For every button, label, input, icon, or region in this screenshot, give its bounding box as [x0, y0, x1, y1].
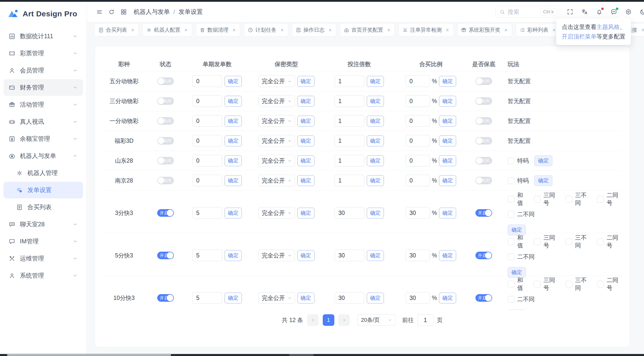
confirm-button[interactable]: 确定 — [439, 116, 456, 126]
fullscreen-button[interactable] — [567, 8, 574, 15]
play-option-特码[interactable]: 特码 — [508, 177, 529, 185]
status-toggle[interactable]: 关闭 — [157, 177, 174, 184]
ratio-input[interactable]: 30 — [406, 292, 430, 304]
sidebar-item-7[interactable]: 机器人与发单 — [4, 148, 83, 164]
play-option-三同号[interactable]: 三同号 — [534, 191, 559, 207]
ratio-input[interactable]: 0 — [406, 115, 430, 127]
confirm-button[interactable]: 确定 — [367, 96, 384, 107]
confirm-button[interactable]: 确定 — [225, 293, 242, 303]
checkbox[interactable] — [508, 296, 514, 303]
status-toggle[interactable]: 关闭 — [475, 77, 492, 85]
confirm-button[interactable]: 确定 — [367, 155, 384, 166]
confirm-button[interactable]: 确定 — [297, 136, 314, 146]
checkbox[interactable] — [534, 281, 541, 288]
status-toggle[interactable]: 关闭 — [157, 157, 174, 164]
tab-数据清理[interactable]: 数据清理 — [196, 23, 240, 36]
checkbox[interactable] — [597, 196, 604, 203]
confirm-button[interactable]: 确定 — [367, 136, 384, 146]
confirm-button[interactable]: 确定 — [225, 96, 242, 107]
per-issue-input[interactable]: 0 — [192, 115, 222, 127]
per-issue-input[interactable]: 0 — [192, 95, 222, 107]
multiple-input[interactable]: 1 — [335, 175, 364, 186]
status-toggle[interactable]: 开启 — [475, 209, 492, 217]
confirm-button[interactable]: 确定 — [439, 76, 456, 87]
confirm-button[interactable]: 确定 — [439, 136, 456, 146]
confirm-button[interactable]: 确定 — [225, 136, 242, 146]
play-option-三不同[interactable]: 三不同 — [566, 191, 590, 207]
multiple-input[interactable]: 1 — [335, 115, 364, 127]
privacy-select[interactable]: 完全公开 — [258, 75, 295, 87]
scrollbar-thumb[interactable] — [7, 354, 171, 356]
goto-page-input[interactable]: 1 — [417, 314, 433, 326]
tab-首页开奖配置[interactable]: 首页开奖配置 — [340, 23, 395, 36]
confirm-button[interactable]: 确定 — [439, 250, 456, 261]
checkbox[interactable] — [566, 238, 572, 245]
checkbox[interactable] — [534, 238, 541, 245]
play-option-和值[interactable]: 和值 — [508, 276, 527, 292]
confirm-button[interactable]: 确定 — [534, 175, 552, 186]
ratio-input[interactable]: 0 — [406, 95, 430, 107]
privacy-select[interactable]: 完全公开 — [258, 135, 295, 147]
status-toggle[interactable]: 开启 — [157, 294, 174, 302]
confirm-button[interactable]: 确定 — [367, 293, 384, 303]
privacy-select[interactable]: 完全公开 — [258, 95, 295, 107]
close-icon[interactable] — [445, 28, 450, 32]
ratio-input[interactable]: 30 — [406, 250, 430, 261]
checkbox[interactable] — [508, 177, 514, 184]
multiple-input[interactable]: 30 — [335, 250, 364, 261]
checkbox[interactable] — [508, 253, 514, 260]
sidebar-item-9[interactable]: IM管理 — [4, 233, 83, 250]
play-option-二同号[interactable]: 二同号 — [597, 234, 622, 249]
confirm-button[interactable]: 确定 — [297, 293, 314, 303]
per-issue-input[interactable]: 0 — [192, 175, 222, 186]
close-icon[interactable] — [504, 28, 508, 32]
play-option-二不同[interactable]: 二不同 — [508, 253, 535, 261]
confirm-button[interactable]: 确定 — [297, 155, 314, 166]
close-icon[interactable] — [130, 28, 135, 32]
privacy-select[interactable]: 完全公开 — [258, 175, 295, 186]
status-toggle[interactable]: 关闭 — [157, 77, 174, 85]
checkbox[interactable] — [534, 196, 541, 203]
notifications-button[interactable] — [596, 8, 603, 15]
assistant-button[interactable] — [610, 8, 617, 15]
confirm-button[interactable]: 确定 — [297, 76, 314, 87]
status-toggle[interactable]: 关闭 — [475, 177, 492, 184]
multiple-input[interactable]: 1 — [335, 155, 364, 166]
confirm-button[interactable]: 确定 — [225, 250, 242, 261]
tab-机器人配置[interactable]: 机器人配置 — [142, 23, 192, 36]
per-issue-input[interactable]: 5 — [192, 250, 222, 261]
ratio-input[interactable]: 0 — [406, 155, 430, 166]
settings-button[interactable] — [625, 8, 632, 15]
privacy-select[interactable]: 完全公开 — [258, 155, 295, 166]
sidebar-item-3[interactable]: 财务管理 — [4, 79, 83, 96]
refresh-button[interactable] — [105, 6, 117, 18]
play-option-二不同[interactable]: 二不同 — [508, 295, 535, 303]
ratio-input[interactable]: 0 — [406, 75, 430, 87]
close-icon[interactable] — [386, 28, 391, 32]
ratio-input[interactable]: 30 — [406, 207, 430, 219]
tab-彩种列表[interactable]: 彩种列表 — [516, 23, 560, 36]
privacy-select[interactable]: 完全公开 — [258, 207, 295, 219]
confirm-button[interactable]: 确定 — [439, 155, 456, 166]
multiple-input[interactable]: 1 — [335, 95, 364, 107]
per-issue-input[interactable]: 5 — [192, 292, 222, 304]
checkbox[interactable] — [566, 281, 572, 288]
ratio-input[interactable]: 0 — [406, 135, 430, 147]
sidebar-item-5[interactable]: 真人视讯 — [4, 113, 83, 130]
theme-style-link[interactable]: 主题风格 — [596, 24, 620, 30]
status-toggle[interactable]: 开启 — [475, 294, 492, 302]
checkbox[interactable] — [597, 238, 604, 245]
confirm-button[interactable]: 确定 — [225, 175, 242, 186]
collapse-sidebar-button[interactable] — [93, 6, 105, 18]
play-option-二同号[interactable]: 二同号 — [597, 191, 622, 207]
page-size-select[interactable]: 20条/页 — [357, 314, 396, 326]
language-button[interactable] — [581, 8, 588, 15]
sidebar-item-2[interactable]: 会员管理 — [4, 62, 83, 79]
play-option-和值[interactable]: 和值 — [508, 191, 527, 207]
close-icon[interactable] — [184, 28, 188, 32]
breadcrumb-parent[interactable]: 机器人与发单 — [134, 8, 170, 16]
checkbox[interactable] — [508, 238, 514, 245]
close-icon[interactable] — [640, 28, 644, 32]
checkbox[interactable] — [508, 281, 514, 288]
status-toggle[interactable]: 开启 — [157, 209, 174, 217]
